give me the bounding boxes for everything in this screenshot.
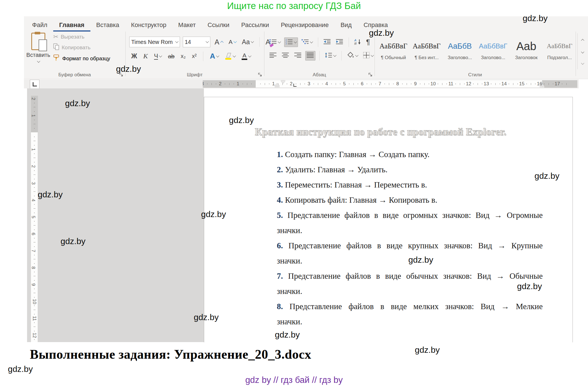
tab-ссылки[interactable]: Ссылки — [202, 19, 235, 32]
chevron-down-icon — [159, 54, 162, 57]
underline-button[interactable]: Ч — [153, 52, 163, 61]
decrease-indent-icon — [324, 39, 331, 46]
borders-button[interactable] — [362, 51, 375, 61]
tab-макет[interactable]: Макет — [172, 19, 202, 32]
ruler-tick — [34, 255, 35, 255]
style-preview: АаБбВвГ — [477, 38, 509, 54]
bold-button[interactable]: Ж — [130, 51, 139, 61]
subscript-button[interactable]: х₂ — [179, 52, 187, 61]
style-name: Заголово... — [444, 55, 476, 61]
align-right-button[interactable] — [293, 51, 303, 61]
style-card[interactable]: АаБбВвГПодзагол... — [544, 34, 576, 73]
font-name-value: Times New Rom — [131, 39, 173, 45]
ruler-number: 11 — [448, 81, 453, 87]
tab-главная[interactable]: Главная — [53, 19, 90, 32]
align-left-button[interactable] — [268, 51, 278, 61]
ruler-tick — [34, 297, 35, 298]
justify-button[interactable] — [305, 51, 315, 61]
gallery-more-icon[interactable] — [581, 61, 584, 64]
bullets-button[interactable] — [268, 37, 282, 47]
tab-stop-selector[interactable] — [30, 80, 39, 89]
style-card[interactable]: АаБбВвГЗаголово... — [477, 34, 509, 73]
style-name: Подзагол... — [544, 55, 575, 61]
style-preview: АаБбВ — [444, 38, 476, 54]
font-dialog-launcher[interactable] — [258, 73, 262, 78]
increase-indent-button[interactable] — [335, 37, 345, 47]
tab-рецензирование[interactable]: Рецензирование — [275, 19, 335, 32]
watermark-gdzby: gdz.by — [116, 64, 141, 74]
ruler-tick — [34, 225, 35, 226]
font-size-combobox[interactable]: 14 — [183, 37, 210, 47]
horizontal-ruler[interactable]: 3211234567891011121314151617 — [203, 80, 577, 88]
watermark-gdzby: gdz.by — [194, 313, 219, 322]
align-center-button[interactable] — [280, 51, 291, 61]
line-spacing-button[interactable] — [324, 51, 337, 61]
superscript-letters: х² — [192, 53, 197, 59]
document-page[interactable]: Краткая инструкция по работе с программо… — [204, 97, 573, 342]
style-card[interactable]: АаБбВЗаголово... — [444, 34, 476, 73]
show-formatting-marks-button[interactable]: ¶ — [365, 37, 371, 48]
font-group: Times New Rom 14 А А Аа А Ж К Ч ab х₂ х²… — [125, 32, 264, 79]
gallery-down-icon[interactable] — [581, 50, 584, 53]
list-item-text: Представление файлов в виде огромных зна… — [288, 211, 543, 220]
ruler-tick — [549, 83, 549, 85]
ruler-tick — [318, 83, 318, 85]
ruler-tick — [211, 83, 212, 85]
chevron-down-icon — [355, 53, 358, 57]
tab-файл[interactable]: Файл — [26, 19, 53, 32]
vertical-ruler[interactable]: 21123456789101112 — [31, 96, 38, 342]
watermark-gdzby: gdz.by — [8, 364, 33, 374]
ruler-tick — [34, 314, 35, 314]
highlight-color-button[interactable] — [224, 52, 237, 61]
numbered-list-icon: 123 — [286, 39, 293, 46]
style-card[interactable]: АabЗаголовок — [510, 34, 542, 73]
ruler-number: 11 — [32, 316, 37, 321]
style-card[interactable]: АаБбВвГ¶ Без инт... — [411, 34, 443, 73]
group-divider — [576, 32, 576, 76]
paragraph-dialog-launcher[interactable] — [368, 73, 372, 78]
copy-button[interactable]: Копировать — [53, 43, 110, 52]
tab-конструктор[interactable]: Конструктор — [125, 19, 172, 32]
change-case-button[interactable]: Аа — [240, 37, 255, 47]
ruler-tick — [265, 83, 265, 85]
text-effects-button[interactable]: А — [208, 51, 220, 62]
ruler-tick — [34, 213, 35, 213]
superscript-button[interactable]: х² — [191, 52, 198, 61]
ruler-tick — [34, 293, 35, 293]
font-name-combobox[interactable]: Times New Rom — [129, 37, 180, 47]
ruler-tick — [313, 84, 314, 84]
styles-gallery-arrows — [577, 33, 587, 69]
ruler-tick — [336, 83, 336, 85]
multilevel-list-button[interactable] — [300, 37, 314, 47]
grow-font-button[interactable]: А — [213, 37, 224, 47]
style-card[interactable]: АаБбВвГ¶ Обычный — [377, 34, 409, 73]
cut-button[interactable]: ✂ Вырезать — [53, 33, 110, 41]
italic-button[interactable]: К — [142, 51, 149, 61]
align-left-icon — [270, 52, 277, 59]
tab-вставка[interactable]: Вставка — [90, 19, 125, 32]
ruler-number: 3 — [203, 81, 204, 87]
shading-button[interactable] — [346, 51, 359, 61]
font-size-value: 14 — [185, 39, 191, 45]
sort-button[interactable]: АЯ — [353, 37, 362, 48]
ruler-tick — [34, 238, 35, 238]
shrink-font-button[interactable]: А — [227, 37, 238, 46]
paste-button[interactable]: Вставить — [26, 32, 50, 63]
font-color-button[interactable]: А — [240, 51, 252, 61]
format-painter-button[interactable]: Формат по образцу — [53, 54, 110, 63]
ruler-tick — [287, 84, 287, 84]
ruler-tick — [331, 84, 332, 84]
decrease-indent-button[interactable] — [322, 37, 332, 47]
hanging-indent-marker[interactable] — [275, 83, 279, 88]
numbering-button[interactable]: 123 — [284, 37, 298, 47]
tab-рассылки[interactable]: Рассылки — [235, 19, 275, 32]
ruler-tick — [34, 111, 35, 112]
first-line-indent-marker[interactable] — [281, 81, 285, 83]
strikethrough-button[interactable]: ab — [166, 52, 176, 61]
style-preview: АаБбВвГ — [378, 38, 409, 54]
tab-вид[interactable]: Вид — [335, 19, 358, 32]
ruler-number: 1 — [31, 114, 36, 117]
gallery-up-icon[interactable] — [581, 39, 584, 42]
ruler-tick — [34, 145, 35, 146]
ruler-tick — [562, 84, 562, 84]
